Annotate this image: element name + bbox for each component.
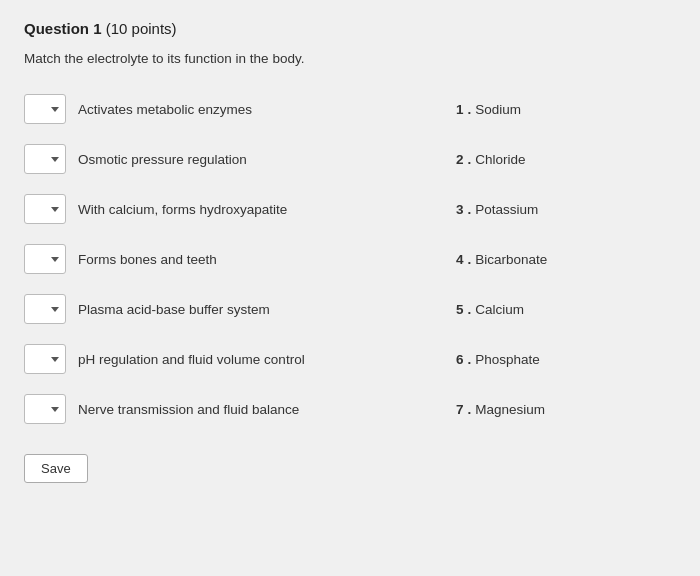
dropdown-4[interactable]: 1 2 3 4 5 6 7 — [24, 244, 66, 274]
match-left-1: 1 2 3 4 5 6 7 Activates metabolic enzyme… — [24, 94, 456, 124]
page-container: Question 1 (10 points) Match the electro… — [0, 0, 700, 503]
answer-number-3: 3 — [456, 202, 464, 217]
match-right-7: 7. Magnesium — [456, 402, 676, 417]
prompt-2: Osmotic pressure regulation — [78, 152, 247, 167]
prompt-1: Activates metabolic enzymes — [78, 102, 252, 117]
match-right-1: 1. Sodium — [456, 102, 676, 117]
dropdown-5[interactable]: 1 2 3 4 5 6 7 — [24, 294, 66, 324]
match-left-7: 1 2 3 4 5 6 7 Nerve transmission and flu… — [24, 394, 456, 424]
answer-label-1: Sodium — [475, 102, 521, 117]
question-header: Question 1 (10 points) — [24, 20, 676, 37]
match-row: 1 2 3 4 5 6 7 Forms bones and teeth 4. B… — [24, 234, 676, 284]
match-left-2: 1 2 3 4 5 6 7 Osmotic pressure regulatio… — [24, 144, 456, 174]
match-right-2: 2. Chloride — [456, 152, 676, 167]
answer-number-1: 1 — [456, 102, 464, 117]
match-left-6: 1 2 3 4 5 6 7 pH regulation and fluid vo… — [24, 344, 456, 374]
question-title: Question 1 (10 points) — [24, 20, 676, 37]
answer-number-6: 6 — [456, 352, 464, 367]
question-instructions: Match the electrolyte to its function in… — [24, 51, 676, 66]
match-left-5: 1 2 3 4 5 6 7 Plasma acid-base buffer sy… — [24, 294, 456, 324]
match-row: 1 2 3 4 5 6 7 pH regulation and fluid vo… — [24, 334, 676, 384]
prompt-7: Nerve transmission and fluid balance — [78, 402, 299, 417]
dropdown-6[interactable]: 1 2 3 4 5 6 7 — [24, 344, 66, 374]
answer-label-2: Chloride — [475, 152, 525, 167]
prompt-5: Plasma acid-base buffer system — [78, 302, 270, 317]
prompt-3: With calcium, forms hydroxyapatite — [78, 202, 287, 217]
dropdown-3[interactable]: 1 2 3 4 5 6 7 — [24, 194, 66, 224]
match-left-3: 1 2 3 4 5 6 7 With calcium, forms hydrox… — [24, 194, 456, 224]
match-right-3: 3. Potassium — [456, 202, 676, 217]
match-row: 1 2 3 4 5 6 7 With calcium, forms hydrox… — [24, 184, 676, 234]
match-row: 1 2 3 4 5 6 7 Activates metabolic enzyme… — [24, 84, 676, 134]
dropdown-2[interactable]: 1 2 3 4 5 6 7 — [24, 144, 66, 174]
answer-number-4: 4 — [456, 252, 464, 267]
answer-number-5: 5 — [456, 302, 464, 317]
answer-label-3: Potassium — [475, 202, 538, 217]
match-row: 1 2 3 4 5 6 7 Nerve transmission and flu… — [24, 384, 676, 434]
dropdown-7[interactable]: 1 2 3 4 5 6 7 — [24, 394, 66, 424]
answer-label-7: Magnesium — [475, 402, 545, 417]
answer-label-4: Bicarbonate — [475, 252, 547, 267]
save-button[interactable]: Save — [24, 454, 88, 483]
match-row: 1 2 3 4 5 6 7 Osmotic pressure regulatio… — [24, 134, 676, 184]
match-right-4: 4. Bicarbonate — [456, 252, 676, 267]
answer-number-7: 7 — [456, 402, 464, 417]
prompt-6: pH regulation and fluid volume control — [78, 352, 305, 367]
answer-number-2: 2 — [456, 152, 464, 167]
match-right-5: 5. Calcium — [456, 302, 676, 317]
answer-label-5: Calcium — [475, 302, 524, 317]
match-right-6: 6. Phosphate — [456, 352, 676, 367]
match-left-4: 1 2 3 4 5 6 7 Forms bones and teeth — [24, 244, 456, 274]
answer-label-6: Phosphate — [475, 352, 540, 367]
dropdown-1[interactable]: 1 2 3 4 5 6 7 — [24, 94, 66, 124]
prompt-4: Forms bones and teeth — [78, 252, 217, 267]
match-row: 1 2 3 4 5 6 7 Plasma acid-base buffer sy… — [24, 284, 676, 334]
matching-grid: 1 2 3 4 5 6 7 Activates metabolic enzyme… — [24, 84, 676, 434]
